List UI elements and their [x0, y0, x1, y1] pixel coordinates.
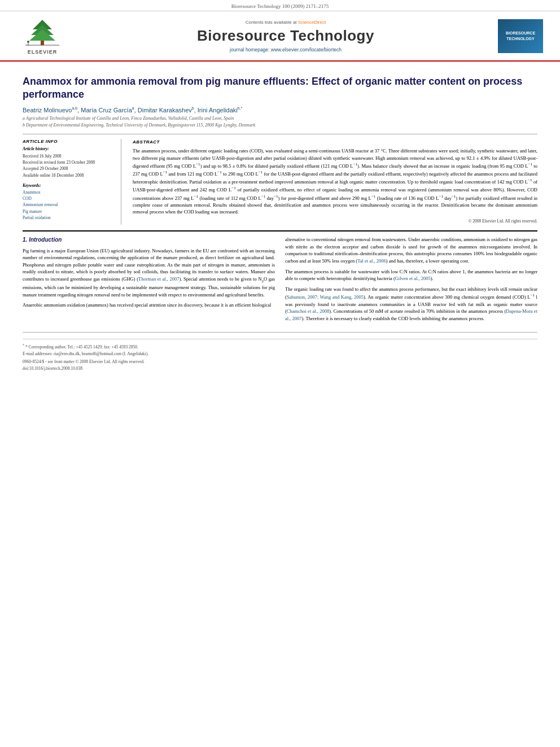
journal-header: ELSEVIER Contents lists available at Sci…	[0, 11, 560, 62]
author-irini: Irini Angelidaki	[198, 106, 238, 113]
footer-divider	[23, 339, 537, 339]
keyword-2: COD	[23, 195, 115, 202]
right-para-1: alternative to conventional nitrogen rem…	[285, 236, 537, 264]
keywords-section: Keywords: Anammox COD Ammonium removal P…	[23, 183, 115, 221]
revised-date: Received in revised form 23 October 2008	[23, 159, 115, 165]
intro-section-title: 1. Introduction	[23, 236, 275, 244]
corresponding-author-note: * * Corresponding author. Tel.: +45 4525…	[23, 343, 537, 350]
affiliations: a Agricultural Technological Institute o…	[23, 115, 537, 128]
copyright-notice: © 2008 Elsevier Ltd. All rights reserved…	[133, 219, 537, 225]
article-info-column: ARTICLE INFO Article history: Received 1…	[23, 139, 121, 225]
elsevier-logo: ELSEVIER	[11, 17, 73, 55]
keyword-5: Partial oxidation	[23, 215, 115, 221]
page-footer: * * Corresponding author. Tel.: +45 4525…	[23, 332, 537, 371]
article-title: Anammox for ammonia removal from pig man…	[23, 75, 537, 102]
ref-sabumon: Sabumon, 2007; Wang and Kang, 2005	[287, 294, 364, 300]
author-beatriz: Beatriz Molinuevo	[23, 106, 72, 113]
contents-label: Contents lists available at	[246, 20, 297, 25]
ref-thorman: Thorman et al., 2007	[138, 276, 179, 282]
right-para-2: The anammox process is suitable for wast…	[285, 268, 537, 282]
body-two-col: 1. Introduction Pig farming is a major E…	[23, 236, 537, 325]
keyword-1: Anammox	[23, 189, 115, 195]
journal-title-area: Contents lists available at ScienceDirec…	[73, 20, 498, 53]
ref-chamchoi: Chamchoi et al., 2008	[287, 308, 330, 314]
article-body: Anammox for ammonia removal from pig man…	[0, 62, 560, 377]
accepted-date: Accepted 29 October 2008	[23, 165, 115, 172]
online-date: Available online 18 December 2008	[23, 172, 115, 178]
affiliation-b: b Department of Environmental Engineerin…	[23, 122, 537, 128]
email-note: E-mail addresses: ria@env.dtu.dk, beamol…	[23, 351, 537, 357]
elsevier-logo-area: ELSEVIER	[11, 17, 73, 55]
issn-line: 0960-8524/$ - see front matter © 2008 El…	[23, 359, 537, 364]
keywords-label: Keywords:	[23, 183, 115, 188]
doi-line: doi:10.1016/j.biortech.2008.10.038	[23, 366, 537, 371]
body-right-col: alternative to conventional nitrogen rem…	[285, 236, 537, 325]
bioresource-logo: BIORESOURCE TECHNOLOGY	[498, 19, 543, 53]
abstract-title: ABSTRACT	[133, 139, 537, 146]
intro-para-2: Anaerobic ammonium oxidation (anammox) h…	[23, 302, 275, 309]
history-label: Article history:	[23, 146, 115, 151]
body-left-col: 1. Introduction Pig farming is a major E…	[23, 236, 275, 325]
received-date: Received 16 July 2008	[23, 153, 115, 159]
body-section: 1. Introduction Pig farming is a major E…	[23, 230, 537, 325]
abstract-text: The anammox process, under different org…	[133, 147, 537, 215]
author-maria: María Cruz García	[81, 106, 132, 113]
author-dimitar: Dimitar Karakashev	[138, 106, 192, 113]
article-info-abstract-section: ARTICLE INFO Article history: Received 1…	[23, 134, 537, 225]
right-para-3: The organic loading rate was found to af…	[285, 286, 537, 322]
elsevier-label: ELSEVIER	[28, 49, 58, 55]
ref-gilven: Gilven et al., 2005	[395, 276, 431, 281]
bioresource-logo-area: BIORESOURCE TECHNOLOGY	[498, 19, 549, 53]
journal-title: Bioresource Technology	[73, 27, 498, 45]
keyword-4: Pig manure	[23, 208, 115, 215]
journal-reference-header: Bioresource Technology 100 (2009) 2171–2…	[0, 0, 560, 11]
article-history: Article history: Received 16 July 2008 R…	[23, 146, 115, 178]
article-info-title: ARTICLE INFO	[23, 139, 115, 144]
svg-point-5	[27, 41, 29, 43]
keyword-3: Ammonium removal	[23, 202, 115, 208]
journal-ref-text: Bioresource Technology 100 (2009) 2171–2…	[231, 3, 329, 9]
abstract-column: ABSTRACT The anammox process, under diff…	[133, 139, 537, 225]
ref-tal: Tal et al., 2006	[357, 258, 386, 264]
intro-para-1: Pig farming is a major European Union (E…	[23, 247, 275, 299]
affiliation-a: a Agricultural Technological Institute o…	[23, 115, 537, 121]
sciencedirect-link[interactable]: ScienceDirect	[298, 20, 326, 25]
journal-homepage: journal homepage: www.elsevier.com/locat…	[73, 47, 498, 53]
authors-line: Beatriz Molinuevoa,b, María Cruz Garcíaa…	[23, 106, 537, 113]
elsevier-tree-icon	[23, 17, 62, 48]
